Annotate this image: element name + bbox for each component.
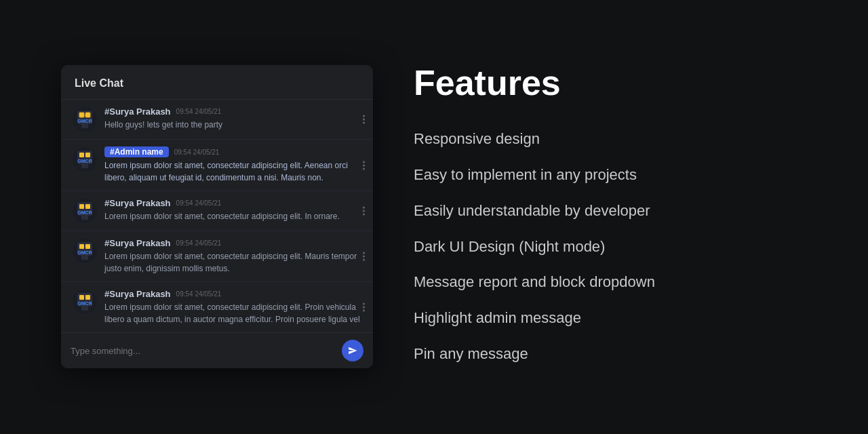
- username: #Surya Prakash: [104, 289, 171, 299]
- features-list: Responsive design Easy to implement in a…: [414, 122, 807, 372]
- svg-rect-28: [79, 295, 84, 300]
- svg-rect-3: [85, 113, 90, 117]
- feature-item-1: Responsive design: [414, 122, 807, 157]
- svg-rect-31: [81, 307, 88, 311]
- svg-rect-13: [81, 164, 88, 168]
- svg-rect-2: [79, 113, 84, 117]
- message-header: #Surya Prakash 09:54 24/05/21: [104, 289, 362, 299]
- message-body: #Surya Prakash 09:54 24/05/21 Lorem ipsu…: [104, 198, 362, 222]
- avatar: GMCR: [72, 238, 98, 264]
- chat-message-admin: GMCR #Admin name 09:54 24/05/21 Lorem ip…: [61, 140, 373, 191]
- message-body: #Surya Prakash 09:54 24/05/21 Hello guys…: [104, 106, 362, 131]
- username: #Surya Prakash: [104, 238, 171, 248]
- chat-title: Live Chat: [61, 65, 373, 100]
- timestamp: 09:54 24/05/21: [174, 149, 220, 156]
- admin-username: #Admin name: [104, 146, 169, 157]
- svg-rect-10: [79, 153, 84, 157]
- svg-rect-23: [85, 244, 90, 249]
- avatar: GMCR: [72, 289, 98, 315]
- svg-rect-16: [79, 204, 84, 209]
- message-header: #Surya Prakash 09:54 24/05/21: [104, 238, 362, 248]
- timestamp: 09:54 24/05/21: [176, 108, 222, 115]
- feature-item-3: Easily understandable by developer: [414, 194, 807, 229]
- chat-messages[interactable]: GMCR #Surya Prakash 09:54 24/05/21 Hello…: [61, 100, 373, 332]
- avatar: GMCR: [72, 198, 98, 224]
- message-header: #Admin name 09:54 24/05/21: [104, 146, 362, 157]
- chat-message: GMCR #Surya Prakash 09:54 24/05/21 Lorem…: [61, 191, 373, 231]
- chat-message: GMCR #Surya Prakash 09:54 24/05/21 Hello…: [61, 100, 373, 140]
- svg-rect-11: [85, 153, 90, 157]
- svg-text:GMCR: GMCR: [77, 301, 92, 306]
- svg-text:GMCR: GMCR: [77, 119, 92, 123]
- svg-rect-29: [85, 295, 90, 300]
- message-text: Lorem ipsum dolor sit amet, consectetur …: [104, 301, 362, 326]
- timestamp: 09:54 24/05/21: [176, 290, 222, 298]
- username: #Surya Prakash: [104, 106, 171, 117]
- feature-item-6: Highlight admin message: [414, 301, 807, 336]
- feature-item-7: Pin any message: [414, 337, 807, 372]
- feature-item-4: Dark UI Design (Night mode): [414, 230, 807, 264]
- timestamp: 09:54 24/05/21: [176, 199, 222, 207]
- svg-rect-7: [81, 124, 88, 128]
- message-menu[interactable]: [363, 303, 365, 312]
- send-button[interactable]: [342, 340, 363, 361]
- features-title: Features: [414, 62, 807, 103]
- chat-message: GMCR #Surya Prakash 09:54 24/05/21 Lorem…: [61, 282, 373, 332]
- page-wrapper: Live Chat GMCR: [61, 62, 807, 372]
- features-panel: Features Responsive design Easy to imple…: [414, 62, 807, 372]
- message-menu[interactable]: [363, 115, 365, 124]
- chat-input-area: [61, 332, 373, 368]
- avatar: GMCR: [72, 146, 98, 172]
- svg-rect-19: [81, 216, 88, 220]
- message-body: #Surya Prakash 09:54 24/05/21 Lorem ipsu…: [104, 289, 362, 326]
- message-text: Lorem ipsum dolor sit amet, consectetur …: [104, 210, 362, 222]
- svg-text:GMCR: GMCR: [77, 210, 92, 215]
- username: #Surya Prakash: [104, 198, 171, 208]
- timestamp: 09:54 24/05/21: [176, 239, 222, 247]
- svg-rect-22: [79, 244, 84, 249]
- message-body: #Surya Prakash 09:54 24/05/21 Lorem ipsu…: [104, 238, 362, 275]
- message-header: #Surya Prakash 09:54 24/05/21: [104, 106, 362, 117]
- feature-item-2: Easy to implement in any projects: [414, 158, 807, 193]
- message-header: #Surya Prakash 09:54 24/05/21: [104, 198, 362, 208]
- chat-input[interactable]: [71, 346, 335, 356]
- chat-panel: Live Chat GMCR: [61, 65, 373, 368]
- svg-text:GMCR: GMCR: [77, 250, 92, 255]
- message-menu[interactable]: [363, 207, 365, 216]
- message-text: Lorem ipsum dolor sit amet, consectetur …: [104, 250, 362, 275]
- feature-item-5: Message report and block dropdown: [414, 265, 807, 300]
- svg-text:GMCR: GMCR: [77, 159, 92, 163]
- message-text: Lorem ipsum dolor sit amet, consectetur …: [104, 159, 362, 184]
- avatar: GMCR: [72, 106, 98, 132]
- message-body: #Admin name 09:54 24/05/21 Lorem ipsum d…: [104, 146, 362, 184]
- message-menu[interactable]: [363, 252, 365, 261]
- message-text: Hello guys! lets get into the party: [104, 119, 362, 131]
- svg-rect-17: [85, 204, 90, 209]
- message-menu[interactable]: [363, 161, 365, 170]
- chat-message: GMCR #Surya Prakash 09:54 24/05/21 Lorem…: [61, 231, 373, 282]
- svg-rect-25: [81, 256, 88, 260]
